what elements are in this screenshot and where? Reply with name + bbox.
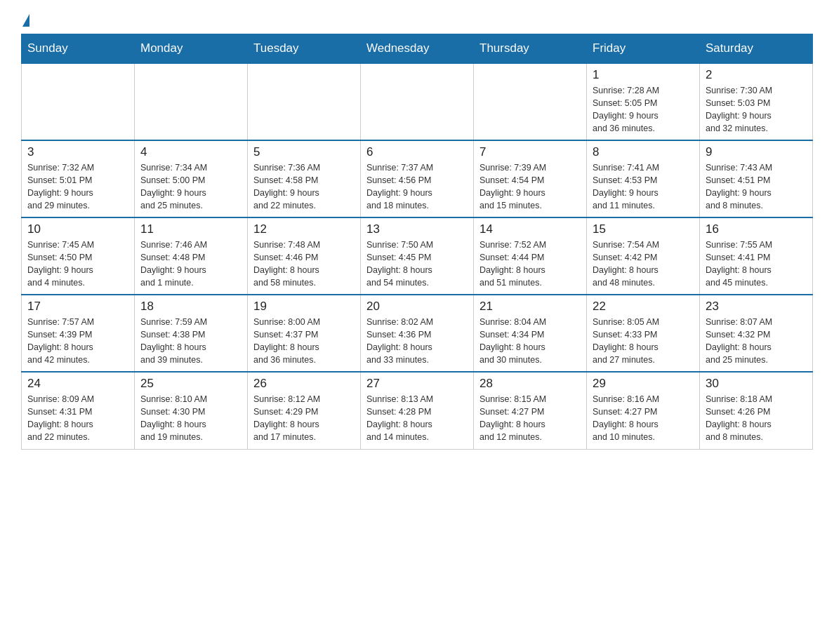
calendar-cell: 22Sunrise: 8:05 AMSunset: 4:33 PMDayligh… xyxy=(587,295,700,372)
day-number: 15 xyxy=(593,222,694,236)
day-info: Sunrise: 7:28 AMSunset: 5:05 PMDaylight:… xyxy=(593,84,694,135)
calendar-cell xyxy=(474,63,587,140)
calendar-week-row: 3Sunrise: 7:32 AMSunset: 5:01 PMDaylight… xyxy=(22,140,813,217)
weekday-header-saturday: Saturday xyxy=(700,34,813,64)
day-number: 17 xyxy=(27,300,128,314)
day-number: 25 xyxy=(140,377,241,391)
day-info: Sunrise: 8:15 AMSunset: 4:27 PMDaylight:… xyxy=(479,393,581,444)
day-info: Sunrise: 8:05 AMSunset: 4:33 PMDaylight:… xyxy=(593,316,694,367)
day-info: Sunrise: 8:00 AMSunset: 4:37 PMDaylight:… xyxy=(253,316,355,367)
calendar-cell: 26Sunrise: 8:12 AMSunset: 4:29 PMDayligh… xyxy=(248,372,361,449)
weekday-header-thursday: Thursday xyxy=(474,34,587,64)
calendar-cell: 6Sunrise: 7:37 AMSunset: 4:56 PMDaylight… xyxy=(361,140,474,217)
day-info: Sunrise: 7:30 AMSunset: 5:03 PMDaylight:… xyxy=(706,84,807,135)
calendar-cell: 12Sunrise: 7:48 AMSunset: 4:46 PMDayligh… xyxy=(248,217,361,295)
weekday-header-monday: Monday xyxy=(135,34,248,64)
calendar-cell xyxy=(22,63,135,140)
calendar-cell: 9Sunrise: 7:43 AMSunset: 4:51 PMDaylight… xyxy=(700,140,813,217)
calendar-cell: 21Sunrise: 8:04 AMSunset: 4:34 PMDayligh… xyxy=(474,295,587,372)
calendar-cell: 3Sunrise: 7:32 AMSunset: 5:01 PMDaylight… xyxy=(22,140,135,217)
calendar-cell: 11Sunrise: 7:46 AMSunset: 4:48 PMDayligh… xyxy=(135,217,248,295)
day-number: 22 xyxy=(593,300,694,314)
calendar-week-row: 1Sunrise: 7:28 AMSunset: 5:05 PMDaylight… xyxy=(22,63,813,140)
day-info: Sunrise: 7:45 AMSunset: 4:50 PMDaylight:… xyxy=(27,239,128,290)
day-info: Sunrise: 7:43 AMSunset: 4:51 PMDaylight:… xyxy=(706,161,807,213)
day-number: 20 xyxy=(366,300,468,314)
day-info: Sunrise: 8:07 AMSunset: 4:32 PMDaylight:… xyxy=(706,316,807,367)
logo-triangle-icon xyxy=(22,14,29,27)
weekday-header-wednesday: Wednesday xyxy=(361,34,474,64)
day-number: 9 xyxy=(706,145,807,159)
day-number: 19 xyxy=(253,300,355,314)
day-info: Sunrise: 7:55 AMSunset: 4:41 PMDaylight:… xyxy=(706,239,807,290)
calendar-cell: 16Sunrise: 7:55 AMSunset: 4:41 PMDayligh… xyxy=(700,217,813,295)
calendar-cell: 10Sunrise: 7:45 AMSunset: 4:50 PMDayligh… xyxy=(22,217,135,295)
day-info: Sunrise: 7:41 AMSunset: 4:53 PMDaylight:… xyxy=(593,161,694,213)
day-number: 26 xyxy=(253,377,355,391)
calendar-cell xyxy=(361,63,474,140)
day-info: Sunrise: 7:37 AMSunset: 4:56 PMDaylight:… xyxy=(366,161,468,213)
calendar-week-row: 24Sunrise: 8:09 AMSunset: 4:31 PMDayligh… xyxy=(22,372,813,449)
day-info: Sunrise: 7:34 AMSunset: 5:00 PMDaylight:… xyxy=(140,161,241,213)
calendar-week-row: 17Sunrise: 7:57 AMSunset: 4:39 PMDayligh… xyxy=(22,295,813,372)
day-info: Sunrise: 7:54 AMSunset: 4:42 PMDaylight:… xyxy=(593,239,694,290)
calendar-cell: 5Sunrise: 7:36 AMSunset: 4:58 PMDaylight… xyxy=(248,140,361,217)
calendar-cell: 19Sunrise: 8:00 AMSunset: 4:37 PMDayligh… xyxy=(248,295,361,372)
calendar-cell: 30Sunrise: 8:18 AMSunset: 4:26 PMDayligh… xyxy=(700,372,813,449)
calendar-cell: 20Sunrise: 8:02 AMSunset: 4:36 PMDayligh… xyxy=(361,295,474,372)
day-number: 27 xyxy=(366,377,468,391)
day-info: Sunrise: 8:04 AMSunset: 4:34 PMDaylight:… xyxy=(479,316,581,367)
day-number: 29 xyxy=(593,377,694,391)
day-number: 2 xyxy=(706,68,807,82)
calendar-cell: 28Sunrise: 8:15 AMSunset: 4:27 PMDayligh… xyxy=(474,372,587,449)
day-info: Sunrise: 8:18 AMSunset: 4:26 PMDaylight:… xyxy=(706,393,807,444)
day-info: Sunrise: 7:59 AMSunset: 4:38 PMDaylight:… xyxy=(140,316,241,367)
day-number: 1 xyxy=(593,68,694,82)
day-info: Sunrise: 7:48 AMSunset: 4:46 PMDaylight:… xyxy=(253,239,355,290)
calendar-cell xyxy=(135,63,248,140)
calendar-cell: 13Sunrise: 7:50 AMSunset: 4:45 PMDayligh… xyxy=(361,217,474,295)
weekday-header-friday: Friday xyxy=(587,34,700,64)
day-info: Sunrise: 7:32 AMSunset: 5:01 PMDaylight:… xyxy=(27,161,128,213)
header xyxy=(21,14,813,27)
calendar-cell: 23Sunrise: 8:07 AMSunset: 4:32 PMDayligh… xyxy=(700,295,813,372)
day-info: Sunrise: 7:36 AMSunset: 4:58 PMDaylight:… xyxy=(253,161,355,213)
day-number: 10 xyxy=(27,222,128,236)
day-number: 6 xyxy=(366,145,468,159)
day-info: Sunrise: 7:52 AMSunset: 4:44 PMDaylight:… xyxy=(479,239,581,290)
day-number: 13 xyxy=(366,222,468,236)
day-info: Sunrise: 8:13 AMSunset: 4:28 PMDaylight:… xyxy=(366,393,468,444)
day-number: 23 xyxy=(706,300,807,314)
calendar-cell xyxy=(248,63,361,140)
day-info: Sunrise: 7:50 AMSunset: 4:45 PMDaylight:… xyxy=(366,239,468,290)
day-number: 24 xyxy=(27,377,128,391)
calendar-cell: 2Sunrise: 7:30 AMSunset: 5:03 PMDaylight… xyxy=(700,63,813,140)
calendar-cell: 1Sunrise: 7:28 AMSunset: 5:05 PMDaylight… xyxy=(587,63,700,140)
day-number: 4 xyxy=(140,145,241,159)
calendar-cell: 27Sunrise: 8:13 AMSunset: 4:28 PMDayligh… xyxy=(361,372,474,449)
calendar-cell: 25Sunrise: 8:10 AMSunset: 4:30 PMDayligh… xyxy=(135,372,248,449)
day-number: 8 xyxy=(593,145,694,159)
day-info: Sunrise: 7:39 AMSunset: 4:54 PMDaylight:… xyxy=(479,161,581,213)
calendar-cell: 18Sunrise: 7:59 AMSunset: 4:38 PMDayligh… xyxy=(135,295,248,372)
weekday-header-sunday: Sunday xyxy=(22,34,135,64)
day-number: 18 xyxy=(140,300,241,314)
calendar-cell: 17Sunrise: 7:57 AMSunset: 4:39 PMDayligh… xyxy=(22,295,135,372)
calendar-cell: 15Sunrise: 7:54 AMSunset: 4:42 PMDayligh… xyxy=(587,217,700,295)
day-number: 28 xyxy=(479,377,581,391)
day-info: Sunrise: 8:09 AMSunset: 4:31 PMDaylight:… xyxy=(27,393,128,444)
day-number: 21 xyxy=(479,300,581,314)
calendar-table: SundayMondayTuesdayWednesdayThursdayFrid… xyxy=(21,34,813,450)
day-number: 5 xyxy=(253,145,355,159)
day-number: 30 xyxy=(706,377,807,391)
calendar-header-row: SundayMondayTuesdayWednesdayThursdayFrid… xyxy=(22,34,813,64)
calendar-cell: 24Sunrise: 8:09 AMSunset: 4:31 PMDayligh… xyxy=(22,372,135,449)
logo xyxy=(21,14,29,27)
calendar-cell: 29Sunrise: 8:16 AMSunset: 4:27 PMDayligh… xyxy=(587,372,700,449)
day-number: 3 xyxy=(27,145,128,159)
calendar-cell: 4Sunrise: 7:34 AMSunset: 5:00 PMDaylight… xyxy=(135,140,248,217)
day-info: Sunrise: 8:10 AMSunset: 4:30 PMDaylight:… xyxy=(140,393,241,444)
day-number: 7 xyxy=(479,145,581,159)
weekday-header-tuesday: Tuesday xyxy=(248,34,361,64)
calendar-cell: 14Sunrise: 7:52 AMSunset: 4:44 PMDayligh… xyxy=(474,217,587,295)
